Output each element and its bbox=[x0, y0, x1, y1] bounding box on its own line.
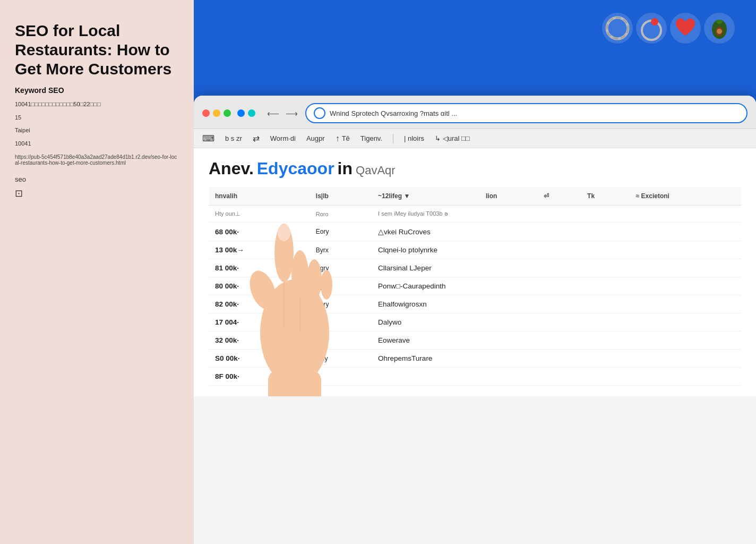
browser-chrome: ⟵ ⟶ Wnind Sprotech Qvsarroxing ?mats αit… bbox=[194, 96, 756, 129]
cell-desc: OhrepemsTurare bbox=[372, 350, 741, 368]
table-row: 80 00k·BylgPonw□-Caurapedinth bbox=[209, 277, 741, 295]
sidebar-title: SEO for Local Restaurants: How to Get Mo… bbox=[15, 21, 179, 79]
table-row: S0 00k·NillyOhrepemsTurare bbox=[209, 350, 741, 368]
cell-desc: Dalywo bbox=[372, 313, 741, 332]
col-header-1: hnvalih bbox=[209, 187, 310, 206]
svg-point-1 bbox=[607, 18, 628, 39]
cell-rank: 17 004· bbox=[209, 313, 310, 332]
sidebar-icon: ⊡ bbox=[15, 188, 179, 199]
circle-outline-icon bbox=[602, 13, 633, 44]
cell-url: Rylx bbox=[310, 313, 372, 332]
page-heading: Anev. Edycaoor in QavAqr bbox=[209, 159, 741, 178]
cell-url: Nilly bbox=[310, 350, 372, 368]
col-header-2: ls|lb bbox=[310, 187, 372, 206]
sidebar-meta-line2: 15 bbox=[15, 113, 179, 122]
cell-url bbox=[310, 368, 372, 386]
cell-rank: 13 00k→ bbox=[209, 241, 310, 259]
heading-part2: Edycaoor bbox=[257, 159, 334, 178]
toolbar-item-2[interactable]: b s zr bbox=[225, 134, 242, 142]
sidebar-meta-line4: 10041 bbox=[15, 139, 179, 148]
cell-url: Egry bbox=[310, 259, 372, 277]
table-subheader-row: Hty oun⊥ Roro I sem iMey iludyai T003b ə bbox=[209, 206, 741, 223]
nav-back-button[interactable]: ⟵ bbox=[265, 107, 281, 120]
col-header-6: Tk bbox=[581, 187, 630, 206]
toolbar-item-nloirs[interactable]: | nloirs bbox=[404, 134, 424, 142]
sidebar-meta-line3: Taipei bbox=[15, 126, 179, 135]
sidebar-url: https://pub-5c454f571b8e40a3a2aad27ade84… bbox=[15, 154, 179, 166]
cell-rank: 68 00k· bbox=[209, 223, 310, 241]
browser-window: ⟵ ⟶ Wnind Sprotech Qvsarroxing ?mats αit… bbox=[194, 96, 756, 544]
toolbar-item-1[interactable]: ⌨ bbox=[202, 133, 214, 143]
toolbar-label-augpr: Augpr bbox=[306, 134, 325, 142]
cell-rank: 32 00k· bbox=[209, 332, 310, 350]
toolbar-item-augpr[interactable]: Augpr bbox=[306, 134, 325, 142]
cell-rank: 82 00k· bbox=[209, 295, 310, 313]
sidebar: SEO for Local Restaurants: How to Get Mo… bbox=[0, 0, 194, 544]
sidebar-tag: seo bbox=[15, 175, 179, 183]
col-header-7: ≈ Excietoni bbox=[630, 187, 741, 206]
toolbar-separator bbox=[393, 134, 393, 143]
toolbar-item-te[interactable]: ↑ Tē bbox=[336, 134, 350, 143]
toolbar-label-2: b s zr bbox=[225, 134, 242, 142]
table-row: 68 00k·Eory△vkei RuCroves bbox=[209, 223, 741, 241]
table-header-row: hnvalih ls|lb ~12lifeg ▼ lion ⏎ Tk ≈ Exc… bbox=[209, 187, 741, 206]
avocado-icon bbox=[704, 13, 735, 44]
keyboard-icon: ⌨ bbox=[202, 133, 214, 143]
cell-url: Eory bbox=[310, 223, 372, 241]
toolbar-label-ural: ↳ ◁ural □□ bbox=[435, 134, 470, 142]
traffic-light-cyan[interactable] bbox=[248, 109, 255, 117]
traffic-light-red[interactable] bbox=[202, 109, 210, 117]
toolbar-item-tigenv[interactable]: Tigenv. bbox=[360, 134, 382, 142]
heart-icon bbox=[670, 13, 701, 44]
cell-desc: Ponw□-Caurapedinth bbox=[372, 277, 741, 295]
svg-point-3 bbox=[651, 18, 658, 26]
heading-part1: Anev. bbox=[209, 159, 254, 178]
table-row: 13 00k→ByrxClqnei-lo ptolynrke bbox=[209, 241, 741, 259]
cell-desc: Clqnei-lo ptolynrke bbox=[372, 241, 741, 259]
svg-point-6 bbox=[717, 29, 722, 34]
toolbar-label-te: Tē bbox=[342, 134, 350, 142]
main-area: ⟵ ⟶ Wnind Sprotech Qvsarroxing ?mats αit… bbox=[194, 0, 756, 544]
address-bar[interactable]: Wnind Sprotech Qvsarroxing ?mats αitl ..… bbox=[305, 103, 748, 123]
nav-forward-button[interactable]: ⟶ bbox=[284, 107, 300, 120]
subheader-2: Roro bbox=[310, 206, 372, 223]
cell-desc: Eowerave bbox=[372, 332, 741, 350]
svg-point-7 bbox=[716, 20, 723, 24]
cell-url: Bory bbox=[310, 332, 372, 350]
cell-rank: 81 00k· bbox=[209, 259, 310, 277]
cell-desc: Cllarsinal LJeper bbox=[372, 259, 741, 277]
toolbar-item-worm[interactable]: Worm·di bbox=[270, 134, 296, 142]
upload-icon: ↑ bbox=[336, 134, 340, 143]
table-body: 68 00k·Eory△vkei RuCroves13 00k→ByrxClqn… bbox=[209, 223, 741, 386]
toolbar-item-ural[interactable]: ↳ ◁ural □□ bbox=[435, 134, 470, 142]
toolbar-item-3[interactable]: ⇄ bbox=[253, 133, 260, 143]
cell-desc bbox=[372, 368, 741, 386]
traffic-light-blue[interactable] bbox=[237, 109, 245, 117]
browser-content: Anev. Edycaoor in QavAqr hnvalih ls|lb ~… bbox=[194, 148, 756, 396]
heading-part3: in bbox=[338, 159, 353, 178]
cell-rank: 80 00k· bbox=[209, 277, 310, 295]
cell-rank: S0 00k· bbox=[209, 350, 310, 368]
traffic-light-yellow[interactable] bbox=[213, 109, 220, 117]
col-header-5: ⏎ bbox=[537, 187, 581, 206]
cell-desc: △vkei RuCroves bbox=[372, 223, 741, 241]
address-text: Wnind Sprotech Qvsarroxing ?mats αitl ..… bbox=[330, 109, 739, 117]
table-row: 17 004·RylxDalywo bbox=[209, 313, 741, 332]
toolbar-label-tigenv: Tigenv. bbox=[360, 134, 382, 142]
cell-url: Byrx bbox=[310, 241, 372, 259]
traffic-lights bbox=[202, 109, 255, 117]
cell-desc: Ehalfowigrosxn bbox=[372, 295, 741, 313]
swap-icon: ⇄ bbox=[253, 133, 260, 143]
sidebar-meta-line1: 10041□□□□□□□□□□□□50□22□□□ bbox=[15, 100, 179, 109]
traffic-light-green[interactable] bbox=[224, 109, 231, 117]
address-icon bbox=[314, 107, 325, 119]
browser-toolbar: ⌨ b s zr ⇄ Worm·di Augpr ↑ Tē Tigenv. bbox=[194, 129, 756, 148]
toolbar-label-nloirs: | nloirs bbox=[404, 134, 424, 142]
data-table: hnvalih ls|lb ~12lifeg ▼ lion ⏎ Tk ≈ Exc… bbox=[209, 187, 741, 386]
col-header-4: lion bbox=[479, 187, 537, 206]
sidebar-keyword: Keyword SEO bbox=[15, 86, 179, 95]
cell-url: Bylg bbox=[310, 277, 372, 295]
table-row: 8F 00k· bbox=[209, 368, 741, 386]
cell-url: Bury bbox=[310, 295, 372, 313]
red-dot-icon bbox=[636, 13, 667, 44]
